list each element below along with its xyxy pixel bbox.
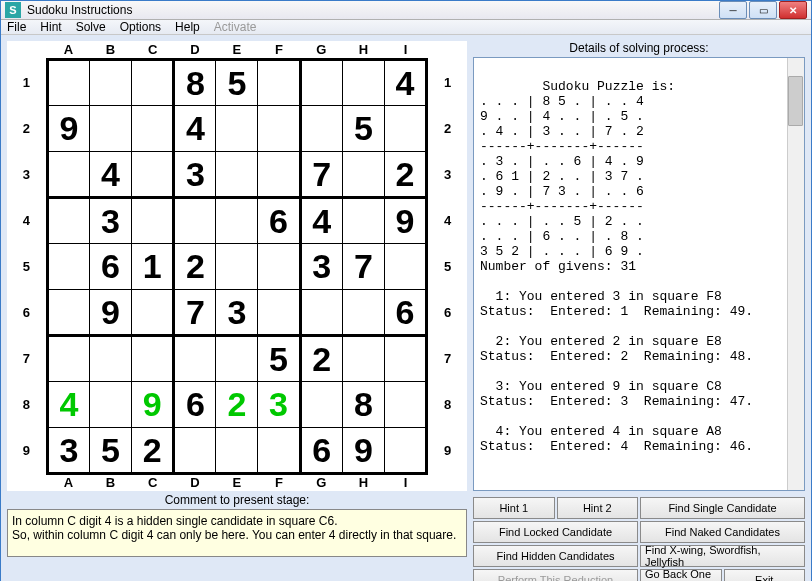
- cell-F5[interactable]: [258, 243, 300, 289]
- cell-I8[interactable]: [384, 381, 426, 427]
- cell-H2[interactable]: 5: [342, 105, 384, 151]
- go-back-button[interactable]: Go Back One Step: [640, 569, 722, 581]
- cell-B1[interactable]: [90, 59, 132, 105]
- menu-options[interactable]: Options: [120, 20, 161, 34]
- cell-I9[interactable]: [384, 427, 426, 473]
- cell-H4[interactable]: [342, 197, 384, 243]
- cell-C3[interactable]: [132, 151, 174, 197]
- cell-B2[interactable]: [90, 105, 132, 151]
- cell-F3[interactable]: [258, 151, 300, 197]
- cell-E1[interactable]: 5: [216, 59, 258, 105]
- cell-I3[interactable]: 2: [384, 151, 426, 197]
- cell-B9[interactable]: 5: [90, 427, 132, 473]
- cell-C7[interactable]: [132, 335, 174, 381]
- cell-E7[interactable]: [216, 335, 258, 381]
- cell-C4[interactable]: [132, 197, 174, 243]
- cell-E3[interactable]: [216, 151, 258, 197]
- maximize-button[interactable]: ▭: [749, 1, 777, 19]
- cell-A9[interactable]: 3: [47, 427, 89, 473]
- cell-F8[interactable]: 3: [258, 381, 300, 427]
- cell-I7[interactable]: [384, 335, 426, 381]
- scrollbar-vertical[interactable]: [787, 58, 804, 490]
- cell-A1[interactable]: [47, 59, 89, 105]
- cell-C5[interactable]: 1: [132, 243, 174, 289]
- cell-H1[interactable]: [342, 59, 384, 105]
- cell-C9[interactable]: 2: [132, 427, 174, 473]
- cell-G1[interactable]: [300, 59, 342, 105]
- solving-log[interactable]: Sudoku Puzzle is: . . . | 8 5 . | . . 4 …: [473, 57, 805, 491]
- cell-G8[interactable]: [300, 381, 342, 427]
- cell-H3[interactable]: [342, 151, 384, 197]
- cell-A7[interactable]: [47, 335, 89, 381]
- cell-E5[interactable]: [216, 243, 258, 289]
- cell-A6[interactable]: [47, 289, 89, 335]
- cell-H9[interactable]: 9: [342, 427, 384, 473]
- cell-I1[interactable]: 4: [384, 59, 426, 105]
- menu-hint[interactable]: Hint: [40, 20, 61, 34]
- cell-A5[interactable]: [47, 243, 89, 289]
- cell-B3[interactable]: 4: [90, 151, 132, 197]
- cell-B7[interactable]: [90, 335, 132, 381]
- menu-file[interactable]: File: [7, 20, 26, 34]
- cell-D3[interactable]: 3: [174, 151, 216, 197]
- cell-G5[interactable]: 3: [300, 243, 342, 289]
- cell-E6[interactable]: 3: [216, 289, 258, 335]
- cell-F7[interactable]: 5: [258, 335, 300, 381]
- cell-B6[interactable]: 9: [90, 289, 132, 335]
- cell-F6[interactable]: [258, 289, 300, 335]
- cell-H8[interactable]: 8: [342, 381, 384, 427]
- cell-E8[interactable]: 2: [216, 381, 258, 427]
- scroll-thumb[interactable]: [788, 76, 803, 126]
- cell-E4[interactable]: [216, 197, 258, 243]
- cell-E2[interactable]: [216, 105, 258, 151]
- cell-A3[interactable]: [47, 151, 89, 197]
- cell-G2[interactable]: [300, 105, 342, 151]
- minimize-button[interactable]: ─: [719, 1, 747, 19]
- cell-G3[interactable]: 7: [300, 151, 342, 197]
- find-locked-button[interactable]: Find Locked Candidate: [473, 521, 638, 543]
- cell-C1[interactable]: [132, 59, 174, 105]
- cell-B8[interactable]: [90, 381, 132, 427]
- cell-D2[interactable]: 4: [174, 105, 216, 151]
- cell-D9[interactable]: [174, 427, 216, 473]
- cell-A2[interactable]: 9: [47, 105, 89, 151]
- cell-B5[interactable]: 6: [90, 243, 132, 289]
- cell-C2[interactable]: [132, 105, 174, 151]
- cell-G4[interactable]: 4: [300, 197, 342, 243]
- cell-D5[interactable]: 2: [174, 243, 216, 289]
- cell-C8[interactable]: 9: [132, 381, 174, 427]
- exit-button[interactable]: Exit: [724, 569, 806, 581]
- cell-B4[interactable]: 3: [90, 197, 132, 243]
- cell-H5[interactable]: 7: [342, 243, 384, 289]
- cell-H6[interactable]: [342, 289, 384, 335]
- cell-I6[interactable]: 6: [384, 289, 426, 335]
- cell-E9[interactable]: [216, 427, 258, 473]
- cell-A4[interactable]: [47, 197, 89, 243]
- find-hidden-button[interactable]: Find Hidden Candidates: [473, 545, 638, 567]
- cell-G9[interactable]: 6: [300, 427, 342, 473]
- cell-F1[interactable]: [258, 59, 300, 105]
- cell-I4[interactable]: 9: [384, 197, 426, 243]
- cell-G7[interactable]: 2: [300, 335, 342, 381]
- cell-I5[interactable]: [384, 243, 426, 289]
- menu-help[interactable]: Help: [175, 20, 200, 34]
- cell-F9[interactable]: [258, 427, 300, 473]
- cell-D7[interactable]: [174, 335, 216, 381]
- cell-D4[interactable]: [174, 197, 216, 243]
- cell-G6[interactable]: [300, 289, 342, 335]
- cell-D6[interactable]: 7: [174, 289, 216, 335]
- cell-A8[interactable]: 4: [47, 381, 89, 427]
- close-button[interactable]: ✕: [779, 1, 807, 19]
- hint2-button[interactable]: Hint 2: [557, 497, 639, 519]
- find-naked-button[interactable]: Find Naked Candidates: [640, 521, 805, 543]
- find-single-button[interactable]: Find Single Candidate: [640, 497, 805, 519]
- sudoku-board[interactable]: ABCDEFGHI1854129452343723436494561237569…: [7, 41, 467, 491]
- find-xwing-button[interactable]: Find X-wing, Swordfish, Jellyfish: [640, 545, 805, 567]
- cell-C6[interactable]: [132, 289, 174, 335]
- cell-F4[interactable]: 6: [258, 197, 300, 243]
- hint1-button[interactable]: Hint 1: [473, 497, 555, 519]
- cell-I2[interactable]: [384, 105, 426, 151]
- cell-D8[interactable]: 6: [174, 381, 216, 427]
- cell-D1[interactable]: 8: [174, 59, 216, 105]
- cell-F2[interactable]: [258, 105, 300, 151]
